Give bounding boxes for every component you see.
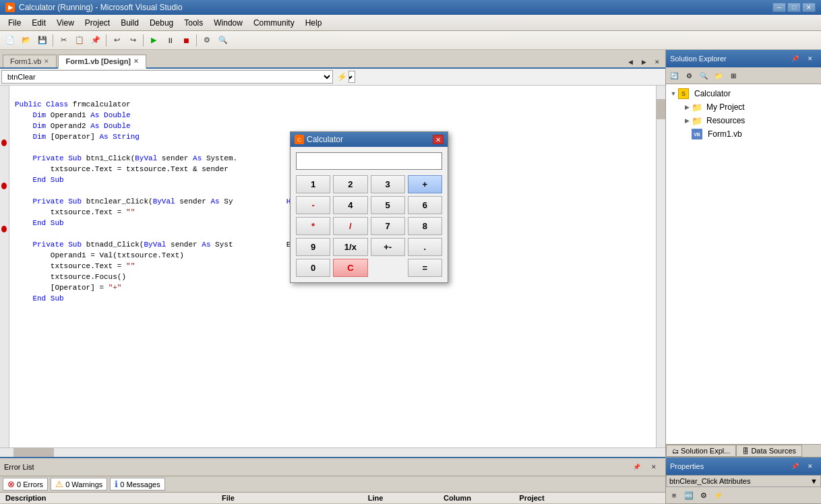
properties-object-dropdown[interactable]: btnClear_Click Attributes ▼	[666, 475, 821, 487]
calc-btn-4[interactable]: 4	[333, 196, 367, 214]
menu-view[interactable]: View	[51, 17, 80, 29]
tree-item-calculator[interactable]: ▼ S Calculator	[669, 87, 818, 100]
menu-tools[interactable]: Tools	[179, 17, 208, 29]
calc-btn-2[interactable]: 2	[333, 175, 367, 193]
calc-btn-empty	[371, 259, 405, 277]
menu-community[interactable]: Community	[248, 17, 300, 29]
messages-badge[interactable]: ℹ 0 Messages	[110, 478, 164, 491]
toolbar-btn-5[interactable]: ⚙	[200, 33, 214, 48]
tree-label-form1: Form1.vb	[708, 129, 742, 139]
menu-debug[interactable]: Debug	[144, 17, 179, 29]
sol-btn-2[interactable]: ⚙	[682, 69, 696, 82]
folder-icon-resources: 📁	[692, 115, 702, 126]
window-title: Calculator (Running) - Microsoft Visual …	[19, 3, 768, 12]
redo-button[interactable]: ↪	[125, 33, 140, 48]
close-button[interactable]: ✕	[802, 3, 816, 12]
calc-btn-posneg[interactable]: +-	[371, 238, 405, 256]
solution-close-button[interactable]: ✕	[803, 52, 817, 65]
properties-title: Properties	[670, 462, 704, 470]
prop-btn-categorized[interactable]: ≡	[667, 489, 681, 502]
editor-h-scrollbar[interactable]	[0, 447, 665, 457]
menu-project[interactable]: Project	[80, 17, 115, 29]
tab-close-all[interactable]: ✕	[652, 57, 663, 67]
prop-btn-events[interactable]: ⚡	[712, 489, 725, 502]
tree-item-myproject[interactable]: ▶ 📁 My Project	[669, 100, 818, 114]
editor-scrollbar[interactable]	[656, 86, 665, 447]
calc-btn-plus[interactable]: +	[408, 175, 442, 193]
sol-btn-4[interactable]: 📁	[712, 69, 725, 82]
menu-edit[interactable]: Edit	[26, 17, 51, 29]
save-button[interactable]: 💾	[35, 33, 50, 48]
calc-btn-9[interactable]: 9	[296, 238, 330, 256]
toolbar-btn-6[interactable]: 🔍	[216, 33, 231, 48]
tab-close-design[interactable]: ✕	[133, 58, 139, 65]
menu-help[interactable]: Help	[300, 17, 328, 29]
calc-btn-3[interactable]: 3	[371, 175, 405, 193]
margin-2	[0, 96, 7, 107]
calc-btn-1[interactable]: 1	[296, 175, 330, 193]
sol-btn-5[interactable]: ⊞	[727, 69, 740, 82]
menu-build[interactable]: Build	[115, 17, 144, 29]
menu-window[interactable]: Window	[208, 17, 248, 29]
dropdown-arrow[interactable]: ▼	[810, 477, 818, 485]
expand-resources[interactable]: ▶	[682, 116, 692, 125]
calc-btn-equals[interactable]: =	[408, 259, 442, 277]
pause-button[interactable]: ⏸	[162, 33, 177, 48]
window-controls[interactable]: ─ □ ✕	[772, 3, 816, 12]
calc-btn-dot[interactable]: .	[408, 238, 442, 256]
error-close-button[interactable]: ✕	[646, 460, 661, 474]
run-button[interactable]: ▶	[146, 33, 161, 48]
tab-nav-left[interactable]: ◀	[625, 57, 636, 67]
tree-item-resources[interactable]: ▶ 📁 Resources	[669, 114, 818, 127]
warnings-badge[interactable]: ⚠ 0 Warnings	[51, 478, 107, 491]
paste-button[interactable]: 📌	[88, 33, 103, 48]
calculator-close-button[interactable]: ✕	[433, 135, 444, 144]
tab-form1-vb[interactable]: Form1.vb ✕	[3, 55, 57, 67]
calc-btn-minus[interactable]: -	[296, 196, 330, 214]
toolbar-sep-4	[196, 34, 197, 46]
calc-btn-reciprocal[interactable]: 1/x	[333, 238, 367, 256]
prop-btn-alpha[interactable]: 🔤	[682, 489, 696, 502]
sol-btn-3[interactable]: 🔍	[697, 69, 710, 82]
menu-file[interactable]: File	[3, 17, 26, 29]
minimize-button[interactable]: ─	[772, 3, 786, 12]
properties-pin-button[interactable]: 📌	[788, 460, 801, 473]
calc-btn-0[interactable]: 0	[296, 259, 330, 277]
calc-btn-5[interactable]: 5	[371, 196, 405, 214]
errors-badge[interactable]: ⊗ 0 Errors	[3, 478, 48, 491]
tab-nav-right[interactable]: ▶	[638, 57, 649, 67]
col-file: File	[219, 494, 365, 502]
maximize-button[interactable]: □	[787, 3, 801, 12]
stop-button[interactable]: ⏹	[179, 33, 193, 48]
prop-btn-props[interactable]: ⚙	[697, 489, 710, 502]
tree-item-form1[interactable]: ▶ VB Form1.vb	[669, 127, 818, 141]
tab-close-form1[interactable]: ✕	[44, 58, 49, 65]
undo-button[interactable]: ↩	[109, 33, 124, 48]
cut-button[interactable]: ✂	[56, 33, 71, 48]
open-button[interactable]: 📂	[19, 33, 34, 48]
new-button[interactable]: 📄	[3, 33, 18, 48]
margin-3	[0, 107, 7, 118]
properties-panel: Properties 📌 ✕ btnClear_Click Attributes…	[666, 457, 821, 504]
calc-btn-6[interactable]: 6	[408, 196, 442, 214]
class-dropdown[interactable]: btnClear	[1, 70, 333, 84]
margin-9	[0, 172, 7, 183]
solution-explorer-tab[interactable]: 🗂 Solution Expl...	[666, 445, 736, 457]
expand-calculator[interactable]: ▼	[669, 89, 678, 98]
solution-pin-button[interactable]: 📌	[788, 52, 801, 65]
copy-button[interactable]: 📋	[72, 33, 87, 48]
error-pin-button[interactable]: 📌	[629, 460, 644, 474]
calc-btn-multiply[interactable]: *	[296, 217, 330, 235]
folder-icon-myproject: 📁	[692, 102, 702, 113]
calc-btn-divide[interactable]: /	[333, 217, 367, 235]
calc-btn-8[interactable]: 8	[408, 217, 442, 235]
method-dropdown[interactable]: Click	[348, 71, 355, 83]
expand-myproject[interactable]: ▶	[682, 102, 692, 112]
properties-close-button[interactable]: ✕	[803, 460, 817, 473]
data-sources-tab[interactable]: 🗄 Data Sources	[736, 445, 802, 457]
calc-btn-clear[interactable]: C	[333, 259, 367, 277]
properties-toolbar: ≡ 🔤 ⚙ ⚡	[666, 487, 821, 504]
sol-btn-1[interactable]: 🔄	[667, 69, 681, 82]
calc-btn-7[interactable]: 7	[371, 217, 405, 235]
tab-form1-design[interactable]: Form1.vb [Design] ✕	[58, 55, 146, 69]
